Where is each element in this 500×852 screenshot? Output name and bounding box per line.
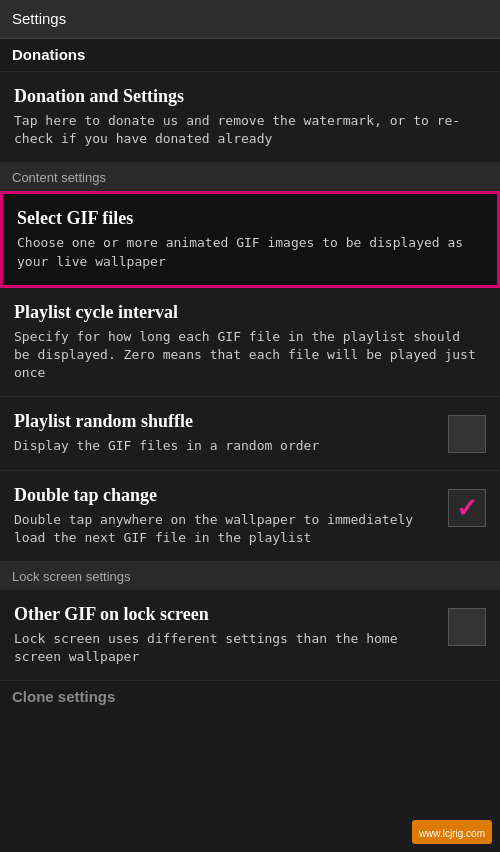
setting-title-other-gif-lock: Other GIF on lock screen [14, 604, 438, 625]
setting-item-other-gif-lock[interactable]: Other GIF on lock screen Lock screen use… [0, 590, 500, 681]
checkbox-other-gif-lock[interactable] [448, 608, 486, 646]
title-bar: Settings [0, 0, 500, 39]
checkbox-playlist-shuffle[interactable] [448, 415, 486, 453]
setting-title-donation: Donation and Settings [14, 86, 476, 107]
setting-item-content: Playlist cycle interval Specify for how … [14, 302, 486, 383]
title-bar-text: Settings [12, 10, 66, 27]
setting-item-playlist-shuffle[interactable]: Playlist random shuffle Display the GIF … [0, 397, 500, 470]
watermark: www.lcjrig.com [412, 820, 492, 844]
checkbox-double-tap[interactable]: ✓ [448, 489, 486, 527]
setting-title-playlist-shuffle: Playlist random shuffle [14, 411, 438, 432]
setting-item-content: Playlist random shuffle Display the GIF … [14, 411, 448, 455]
setting-title-double-tap: Double tap change [14, 485, 438, 506]
setting-title-select-gif: Select GIF files [17, 208, 473, 229]
setting-item-content: Donation and Settings Tap here to donate… [14, 86, 486, 148]
lock-screen-settings-label: Lock screen settings [12, 569, 131, 584]
content-settings-label: Content settings [12, 170, 106, 185]
setting-item-playlist-interval[interactable]: Playlist cycle interval Specify for how … [0, 288, 500, 398]
setting-item-double-tap[interactable]: Double tap change Double tap anywhere on… [0, 471, 500, 562]
setting-description-double-tap: Double tap anywhere on the wallpaper to … [14, 511, 438, 547]
clone-settings-label: Clone settings [12, 688, 115, 705]
donations-label: Donations [12, 46, 85, 63]
setting-item-content: Other GIF on lock screen Lock screen use… [14, 604, 448, 666]
donations-section-header: Donations [0, 39, 500, 72]
setting-item-select-gif[interactable]: Select GIF files Choose one or more anim… [0, 191, 500, 287]
clone-settings-section-header: Clone settings [0, 681, 500, 713]
content-settings-section-header: Content settings [0, 163, 500, 191]
setting-title-playlist-interval: Playlist cycle interval [14, 302, 476, 323]
setting-description-playlist-shuffle: Display the GIF files in a random order [14, 437, 438, 455]
setting-item-content: Double tap change Double tap anywhere on… [14, 485, 448, 547]
setting-item-content: Select GIF files Choose one or more anim… [17, 208, 483, 270]
setting-description-playlist-interval: Specify for how long each GIF file in th… [14, 328, 476, 383]
setting-description-other-gif-lock: Lock screen uses different settings than… [14, 630, 438, 666]
watermark-text: www.lcjrig.com [419, 828, 485, 839]
checkmark-icon: ✓ [456, 495, 478, 521]
setting-item-donation[interactable]: Donation and Settings Tap here to donate… [0, 72, 500, 163]
setting-description-donation: Tap here to donate us and remove the wat… [14, 112, 476, 148]
lock-screen-settings-section-header: Lock screen settings [0, 562, 500, 590]
setting-description-select-gif: Choose one or more animated GIF images t… [17, 234, 473, 270]
